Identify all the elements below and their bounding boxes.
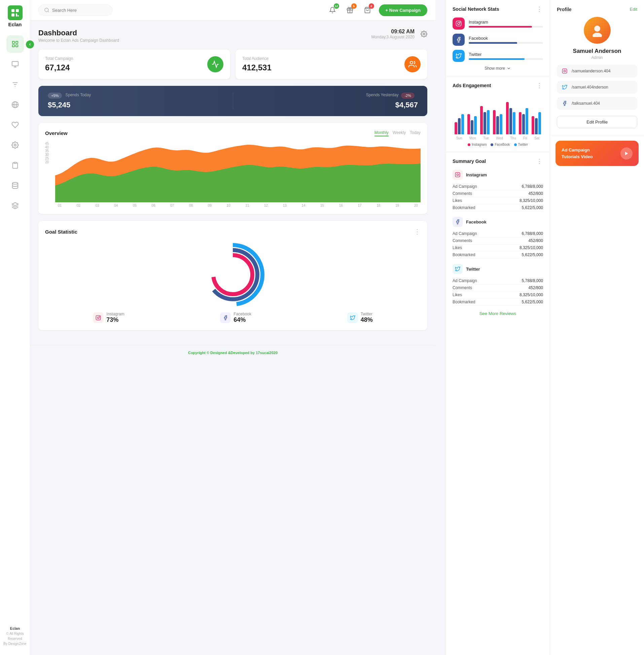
- spend-today: +5% Spends Today $5,245: [48, 93, 225, 109]
- summary-goal-section: Summary Goal ⋮ Instagram Ad Campaign 6,7…: [446, 152, 550, 321]
- gift-btn[interactable]: 5: [344, 4, 356, 16]
- social-stat-facebook: Facebook: [453, 33, 543, 46]
- gift-badge: 5: [351, 3, 356, 9]
- bar-chart-area: [453, 94, 543, 134]
- summary-fb-value-1: 452/800: [529, 238, 543, 243]
- summary-tw-row-1: Comments 452/800: [453, 285, 543, 292]
- summary-tw-value-3: 5,622/5,000: [522, 299, 543, 304]
- summary-goal-menu[interactable]: ⋮: [536, 158, 543, 165]
- cart-btn[interactable]: 2: [361, 4, 373, 16]
- x-18: 18: [376, 204, 380, 207]
- svg-rect-5: [12, 41, 14, 43]
- summary-instagram-name: Instagram: [466, 172, 487, 177]
- social-stats-menu[interactable]: ⋮: [536, 5, 543, 13]
- see-more-reviews-link[interactable]: See More Reviews: [453, 311, 543, 316]
- dot-twitter: [514, 143, 517, 146]
- legend-twitter-platform: Twitter: [361, 312, 373, 316]
- tab-weekly[interactable]: Weekly: [393, 130, 406, 136]
- notifications-btn[interactable]: 12: [326, 4, 339, 16]
- sidebar-item-filter[interactable]: [6, 76, 24, 93]
- right-content-panel: Social Network Stats ⋮ Instagram Faceboo…: [445, 0, 550, 360]
- sidebar-collapse-btn[interactable]: [26, 40, 34, 48]
- social-link-facebook-handle: /talksamuel.404: [572, 101, 600, 106]
- x-01: 01: [58, 204, 62, 207]
- summary-tw-label-2: Likes: [453, 293, 462, 297]
- show-more-btn[interactable]: Show more: [453, 66, 543, 71]
- total-audience-info: Total Audience 412,531: [242, 56, 272, 72]
- x-06: 06: [152, 204, 156, 207]
- settings-icon[interactable]: [420, 31, 427, 37]
- edit-profile-button[interactable]: Edit Profile: [557, 116, 637, 128]
- svg-point-33: [594, 26, 600, 32]
- sidebar-item-clipboard[interactable]: [6, 157, 24, 174]
- current-time: 09:62 AM: [371, 29, 415, 35]
- summary-tw-row-2: Likes 8,325/10,000: [453, 292, 543, 298]
- tab-monthly[interactable]: Monthly: [374, 130, 389, 136]
- social-link-facebook: /talksamuel.404: [557, 97, 637, 110]
- spend-yesterday: Spends Yesterday -2% $4,567: [241, 93, 418, 109]
- legend-facebook: Facebook 64%: [220, 312, 251, 323]
- overview-header: Overview Monthly Weekly Today: [45, 130, 420, 136]
- summary-ig-value-3: 5,622/5,000: [522, 205, 543, 210]
- y-label-20: 20: [45, 160, 53, 164]
- instagram-stat-name: Instagram: [469, 20, 543, 25]
- search-box[interactable]: [38, 4, 112, 16]
- tab-today[interactable]: Today: [410, 130, 420, 136]
- x-15: 15: [320, 204, 324, 207]
- sidebar-nav: [6, 35, 24, 360]
- spends-row: +5% Spends Today $5,245 Spends Yesterday…: [38, 86, 427, 116]
- footer-text: Copyright © Designed &Developed by: [188, 351, 256, 355]
- overview-chart-wrapper: 45 40 35 30 25 20: [45, 142, 420, 207]
- play-video-button[interactable]: [620, 148, 632, 160]
- period-tabs: Monthly Weekly Today: [374, 130, 420, 136]
- dashboard-time-section: 09:62 AM Monday,3 Auguust 2020: [371, 29, 427, 39]
- bar-sun-ig: [455, 122, 457, 134]
- sidebar-item-globe[interactable]: [6, 96, 24, 113]
- svg-rect-16: [14, 162, 16, 164]
- ads-engagement-menu[interactable]: ⋮: [536, 82, 543, 89]
- svg-rect-31: [455, 172, 460, 177]
- legend-dot-twitter: Twitter: [514, 143, 528, 146]
- social-link-twitter: /samuel.404nderson: [557, 81, 637, 94]
- x-02: 02: [77, 204, 80, 207]
- bar-tue-ig: [480, 106, 483, 134]
- current-date: Monday,3 Auguust 2020: [371, 35, 415, 39]
- footer: Copyright © Designed &Developed by 17suc…: [30, 345, 435, 360]
- bar-group-sun: [455, 114, 464, 134]
- page-title: Dashboard: [38, 29, 119, 37]
- svg-point-17: [12, 182, 18, 184]
- new-campaign-button[interactable]: + New Campaign: [379, 4, 427, 16]
- sidebar-item-dashboard[interactable]: [6, 35, 24, 53]
- bar-thu-ig: [506, 102, 509, 134]
- search-input[interactable]: [52, 8, 99, 13]
- summary-ig-label-3: Bookmarked: [453, 205, 475, 210]
- summary-ig-label-1: Comments: [453, 191, 472, 196]
- summary-ig-value-1: 452/800: [529, 191, 543, 196]
- bar-group-thu: [506, 102, 515, 134]
- profile-edit-link[interactable]: Edit: [630, 7, 637, 12]
- instagram-progress-bar: [469, 26, 543, 28]
- twitter-progress-bar: [469, 58, 543, 60]
- summary-ig-value-0: 6,788/8,000: [522, 184, 543, 189]
- x-11: 11: [245, 204, 249, 207]
- profile-label: Profile: [557, 7, 572, 12]
- social-link-facebook-icon: [561, 99, 568, 107]
- summary-twitter: Twitter Ad Campaign 5,788/8,000 Comments…: [453, 264, 543, 306]
- profile-role: Admin: [591, 55, 603, 60]
- sidebar-item-layers[interactable]: [6, 197, 24, 214]
- sidebar-item-database[interactable]: [6, 177, 24, 194]
- logo: Eclan: [8, 5, 23, 27]
- sidebar-item-monitor[interactable]: [6, 55, 24, 73]
- summary-ig-value-2: 8,325/10,000: [520, 198, 543, 203]
- time-date-block: 09:62 AM Monday,3 Auguust 2020: [371, 29, 415, 39]
- goal-stat-header: Goal Statistic ⋮: [45, 228, 420, 235]
- sidebar-item-settings[interactable]: [6, 136, 24, 154]
- profile-section: Profile Edit Samuel Anderson Admin /samu…: [550, 0, 644, 135]
- spend-yesterday-label: Spends Yesterday: [366, 93, 399, 97]
- social-stats-title: Social Network Stats: [453, 6, 499, 12]
- goal-statistic-card: Goal Statistic ⋮: [38, 221, 427, 330]
- goal-legend: Instagram 73% Facebook 64%: [45, 312, 420, 323]
- x-20: 20: [414, 204, 418, 207]
- sidebar-item-heart[interactable]: [6, 116, 24, 134]
- goal-stat-menu[interactable]: ⋮: [414, 228, 420, 235]
